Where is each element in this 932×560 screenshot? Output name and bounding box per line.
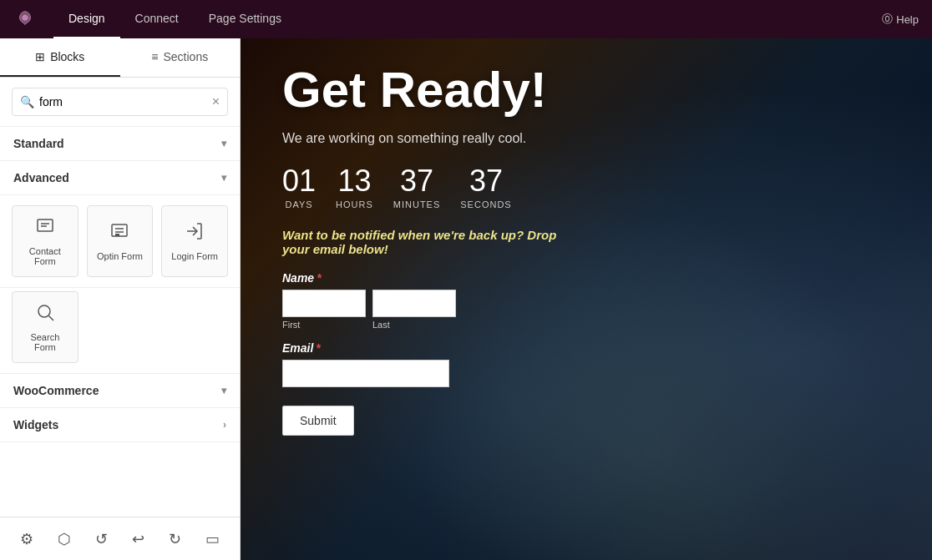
countdown-hours-label: HOURS bbox=[336, 199, 373, 209]
settings-icon[interactable]: ⚙ bbox=[13, 523, 40, 555]
sidebar: ⊞ Blocks ≡ Sections 🔍 × Standard ▾ Advan… bbox=[0, 38, 241, 560]
hero-title: Get Ready! bbox=[282, 63, 890, 116]
search-form-icon bbox=[35, 302, 55, 327]
countdown-minutes: 37 MINUTES bbox=[393, 166, 441, 209]
layers-icon[interactable]: ⬡ bbox=[51, 523, 78, 555]
block-optin-form[interactable]: Optin Form bbox=[87, 205, 154, 277]
section-advanced[interactable]: Advanced ▾ bbox=[0, 161, 240, 195]
app-logo bbox=[13, 8, 37, 31]
block-contact-form-label: Contact Form bbox=[19, 246, 71, 266]
first-name-input[interactable] bbox=[282, 290, 366, 317]
blocks-label: Blocks bbox=[50, 50, 84, 63]
help-label: Help bbox=[896, 13, 919, 26]
form-name-field: Name * First Last bbox=[282, 271, 890, 330]
nav-tabs: Design Connect Page Settings bbox=[53, 0, 296, 38]
block-optin-form-label: Optin Form bbox=[97, 251, 143, 261]
email-label: Email * bbox=[282, 341, 890, 355]
countdown-hours: 13 HOURS bbox=[336, 166, 373, 209]
preview-icon[interactable]: ▭ bbox=[199, 523, 226, 555]
countdown: 01 DAYS 13 HOURS 37 MINUTES 37 SECONDS bbox=[282, 166, 890, 209]
svg-line-9 bbox=[48, 316, 53, 321]
search-box: 🔍 × bbox=[0, 78, 240, 127]
last-label: Last bbox=[372, 320, 456, 330]
nav-tab-page-settings[interactable]: Page Settings bbox=[194, 0, 296, 38]
sidebar-tabs: ⊞ Blocks ≡ Sections bbox=[0, 38, 240, 78]
search-clear-button[interactable]: × bbox=[212, 95, 220, 108]
canvas: Get Ready! We are working on something r… bbox=[241, 38, 932, 560]
notify-text: Want to be notified when we're back up? … bbox=[282, 228, 583, 256]
undo-icon[interactable]: ↩ bbox=[125, 523, 151, 555]
last-name-input[interactable] bbox=[372, 290, 456, 317]
first-name-wrap: First bbox=[282, 290, 366, 330]
top-nav: Design Connect Page Settings ⓪ Help bbox=[0, 0, 932, 38]
hero-subtitle: We are working on something really cool. bbox=[282, 131, 890, 146]
name-required: * bbox=[317, 271, 321, 285]
name-label: Name * bbox=[282, 271, 890, 285]
optin-form-icon bbox=[109, 221, 129, 246]
nav-tab-connect[interactable]: Connect bbox=[120, 0, 194, 38]
name-row: First Last bbox=[282, 290, 890, 330]
countdown-seconds: 37 SECONDS bbox=[460, 166, 511, 209]
blocks-icon: ⊞ bbox=[35, 50, 45, 63]
section-woocommerce-label: WooCommerce bbox=[13, 384, 99, 397]
block-login-form[interactable]: Login Form bbox=[161, 205, 228, 277]
search-blocks-grid: Search Form bbox=[0, 288, 240, 374]
countdown-days: 01 DAYS bbox=[282, 166, 316, 209]
countdown-minutes-number: 37 bbox=[400, 166, 433, 196]
countdown-seconds-label: SECONDS bbox=[460, 199, 511, 209]
tab-blocks[interactable]: ⊞ Blocks bbox=[0, 38, 120, 77]
section-woocommerce[interactable]: WooCommerce ▾ bbox=[0, 374, 240, 408]
section-widgets-label: Widgets bbox=[13, 418, 58, 431]
svg-point-8 bbox=[38, 305, 50, 317]
block-login-form-label: Login Form bbox=[171, 251, 218, 261]
search-input[interactable] bbox=[12, 88, 228, 116]
nav-tab-design[interactable]: Design bbox=[53, 0, 120, 38]
countdown-days-number: 01 bbox=[282, 166, 316, 196]
search-icon: 🔍 bbox=[20, 95, 34, 108]
svg-rect-0 bbox=[38, 219, 53, 231]
help-icon: ⓪ bbox=[882, 12, 893, 27]
contact-form-icon bbox=[35, 216, 55, 241]
block-search-form-label: Search Form bbox=[19, 332, 71, 352]
form-email-field: Email * bbox=[282, 341, 890, 387]
bottom-toolbar: ⚙ ⬡ ↺ ↩ ↻ ▭ bbox=[0, 517, 240, 560]
block-search-form[interactable]: Search Form bbox=[12, 291, 79, 363]
block-contact-form[interactable]: Contact Form bbox=[12, 205, 79, 277]
redo-icon[interactable]: ↻ bbox=[162, 523, 188, 555]
main-area: ⊞ Blocks ≡ Sections 🔍 × Standard ▾ Advan… bbox=[0, 38, 932, 560]
submit-button[interactable]: Submit bbox=[282, 406, 354, 436]
section-standard-chevron: ▾ bbox=[221, 138, 226, 149]
countdown-days-label: DAYS bbox=[285, 199, 312, 209]
last-name-wrap: Last bbox=[372, 290, 456, 330]
countdown-minutes-label: MINUTES bbox=[393, 199, 441, 209]
advanced-blocks-grid: Contact Form Optin Form bbox=[0, 195, 240, 288]
countdown-hours-number: 13 bbox=[337, 166, 371, 196]
email-required: * bbox=[316, 341, 320, 355]
sections-icon: ≡ bbox=[151, 50, 158, 63]
tab-sections[interactable]: ≡ Sections bbox=[120, 38, 241, 77]
login-form-icon bbox=[185, 221, 205, 246]
canvas-content: Get Ready! We are working on something r… bbox=[241, 38, 932, 461]
section-widgets[interactable]: Widgets › bbox=[0, 408, 240, 442]
first-label: First bbox=[282, 320, 366, 330]
section-advanced-label: Advanced bbox=[13, 171, 69, 184]
section-standard[interactable]: Standard ▾ bbox=[0, 127, 240, 161]
history-icon[interactable]: ↺ bbox=[89, 523, 114, 555]
section-advanced-chevron: ▾ bbox=[221, 172, 226, 184]
svg-rect-6 bbox=[115, 234, 119, 236]
email-input[interactable] bbox=[282, 360, 449, 387]
sections-label: Sections bbox=[163, 50, 208, 63]
help-link[interactable]: ⓪ Help bbox=[882, 12, 919, 27]
section-woocommerce-chevron: ▾ bbox=[221, 385, 226, 396]
countdown-seconds-number: 37 bbox=[469, 166, 503, 196]
section-widgets-chevron: › bbox=[223, 419, 226, 431]
section-standard-label: Standard bbox=[13, 137, 64, 150]
